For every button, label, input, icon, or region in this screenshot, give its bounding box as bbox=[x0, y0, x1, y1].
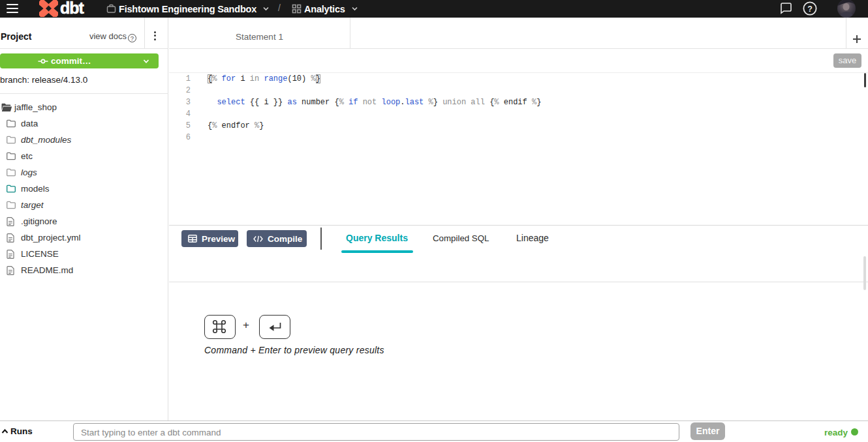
svg-text:?: ? bbox=[807, 5, 813, 14]
